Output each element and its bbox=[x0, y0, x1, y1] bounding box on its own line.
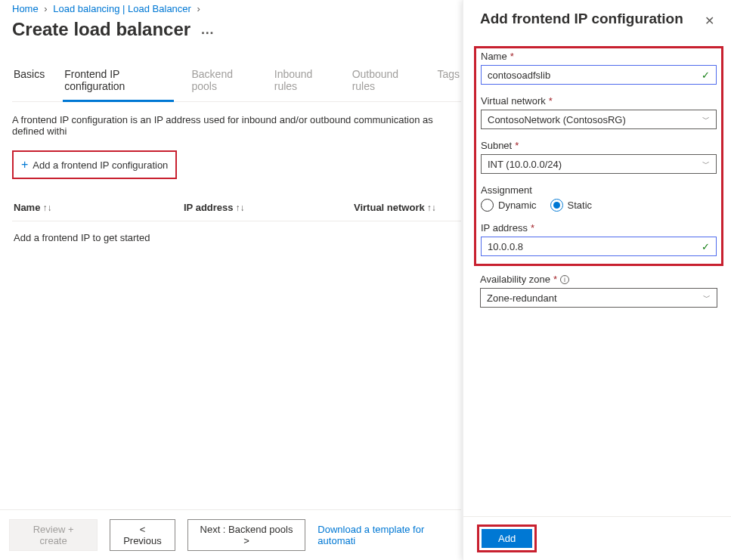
info-icon[interactable]: i bbox=[560, 275, 569, 284]
grid-header: Name↑↓ IP address↑↓ Virtual network↑↓ bbox=[12, 193, 461, 221]
tab-inbound-rules[interactable]: Inbound rules bbox=[273, 62, 334, 102]
subnet-label: Subnet* bbox=[481, 140, 717, 151]
add-button[interactable]: Add bbox=[482, 529, 532, 548]
chevron-down-icon: ﹀ bbox=[703, 292, 711, 303]
tab-frontend-ip-configuration[interactable]: Frontend IP configuration bbox=[63, 62, 173, 102]
name-input[interactable]: contosoadfslib ✓ bbox=[481, 65, 717, 85]
sort-icon: ↑↓ bbox=[236, 203, 245, 213]
vnet-select[interactable]: ContosoNetwork (ContososRG) ﹀ bbox=[481, 110, 717, 129]
assignment-label: Assignment bbox=[481, 184, 717, 196]
chevron-down-icon: ﹀ bbox=[702, 159, 710, 169]
highlight-add-frontend: + Add a frontend IP configuration bbox=[12, 150, 177, 179]
tab-outbound-rules[interactable]: Outbound rules bbox=[351, 62, 420, 102]
close-icon[interactable]: ✕ bbox=[702, 11, 717, 31]
vnet-label: Virtual network* bbox=[481, 95, 717, 107]
breadcrumb-loadbalancing[interactable]: Load balancing | Load Balancer bbox=[53, 3, 191, 14]
assignment-static-radio[interactable]: Static bbox=[550, 199, 593, 212]
assignment-dynamic-radio[interactable]: Dynamic bbox=[481, 199, 537, 212]
col-ip[interactable]: IP address↑↓ bbox=[184, 202, 354, 213]
page-title: Create load balancer … bbox=[12, 17, 461, 41]
add-frontend-ip-panel: Add frontend IP configuration ✕ Name* co… bbox=[463, 0, 731, 560]
tab-basics[interactable]: Basics bbox=[12, 62, 46, 102]
highlight-add-button: Add bbox=[477, 524, 537, 552]
chevron-right-icon: › bbox=[197, 3, 200, 14]
zone-label: Availability zone* i bbox=[480, 274, 717, 285]
col-vnet[interactable]: Virtual network↑↓ bbox=[354, 202, 461, 213]
col-name[interactable]: Name↑↓ bbox=[14, 202, 184, 213]
breadcrumb: Home › Load balancing | Load Balancer › bbox=[12, 3, 461, 14]
tab-backend-pools[interactable]: Backend pools bbox=[190, 62, 256, 102]
radio-icon bbox=[481, 199, 494, 212]
plus-icon: + bbox=[21, 158, 28, 172]
empty-state-row: Add a frontend IP to get started bbox=[12, 221, 461, 254]
more-icon[interactable]: … bbox=[200, 22, 214, 37]
download-template-link[interactable]: Download a template for automati bbox=[317, 524, 461, 546]
sort-icon: ↑↓ bbox=[427, 203, 436, 213]
next-button[interactable]: Next : Backend pools > bbox=[187, 519, 306, 551]
main-content: Home › Load balancing | Load Balancer › … bbox=[0, 0, 461, 560]
zone-select[interactable]: Zone-redundant ﹀ bbox=[480, 288, 717, 308]
subnet-select[interactable]: INT (10.0.0.0/24) ﹀ bbox=[481, 154, 717, 174]
sort-icon: ↑↓ bbox=[42, 203, 51, 213]
panel-footer: Add bbox=[463, 516, 731, 560]
chevron-down-icon: ﹀ bbox=[702, 114, 710, 125]
ip-label: IP address* bbox=[481, 222, 717, 234]
radio-icon bbox=[550, 199, 563, 212]
breadcrumb-home[interactable]: Home bbox=[12, 3, 39, 14]
tab-description: A frontend IP configuration is an IP add… bbox=[12, 114, 461, 137]
wizard-footer: Review + create < Previous Next : Backen… bbox=[0, 509, 461, 560]
highlight-form-fields: Name* contosoadfslib ✓ Virtual network* … bbox=[474, 46, 723, 266]
check-icon: ✓ bbox=[702, 241, 710, 252]
review-create-button: Review + create bbox=[9, 519, 98, 551]
chevron-right-icon: › bbox=[44, 3, 47, 14]
tabs: Basics Frontend IP configuration Backend… bbox=[12, 62, 461, 102]
tab-tags[interactable]: Tags bbox=[435, 62, 461, 102]
check-icon: ✓ bbox=[702, 70, 710, 81]
previous-button[interactable]: < Previous bbox=[110, 519, 175, 551]
add-frontend-ip-button[interactable]: + Add a frontend IP configuration bbox=[18, 155, 171, 175]
panel-title: Add frontend IP configuration bbox=[480, 11, 683, 27]
ip-input[interactable]: 10.0.0.8 ✓ bbox=[481, 237, 717, 256]
name-label: Name* bbox=[481, 51, 717, 62]
add-frontend-ip-label: Add a frontend IP configuration bbox=[33, 159, 168, 171]
